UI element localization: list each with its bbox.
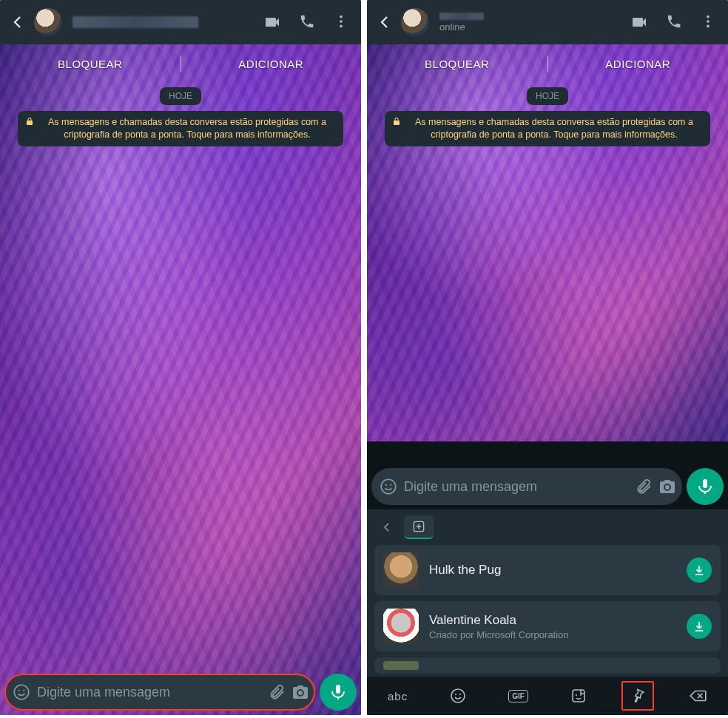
sticker-panel: Hulk the Pug Valentine Koala Criado por … — [367, 509, 728, 715]
message-input[interactable] — [37, 685, 262, 700]
pack-name: Valentine Koala — [429, 613, 676, 628]
pack-info: Valentine Koala Criado por Microsoft Cor… — [429, 613, 676, 640]
svg-point-8 — [707, 25, 710, 28]
pack-thumbnail — [383, 661, 419, 670]
emoji-button[interactable] — [12, 683, 31, 702]
svg-point-11 — [390, 484, 391, 486]
header-title-area[interactable] — [73, 16, 255, 28]
chat-header — [0, 0, 361, 44]
add-sticker-pack-tab[interactable] — [404, 515, 434, 539]
chat-header: online — [367, 0, 728, 44]
message-input-row — [367, 464, 728, 509]
svg-point-15 — [459, 694, 461, 695]
sticker-pack-list[interactable]: Hulk the Pug Valentine Koala Criado por … — [367, 539, 728, 677]
svg-point-1 — [340, 20, 343, 23]
lock-icon — [392, 117, 401, 126]
add-button[interactable]: ADICIONAR — [181, 58, 362, 70]
encryption-text: As mensagens e chamadas desta conversa e… — [38, 116, 336, 141]
block-button[interactable]: BLOQUEAR — [0, 58, 181, 70]
svg-point-17 — [576, 694, 577, 696]
add-button[interactable]: ADICIONAR — [548, 58, 729, 70]
message-input-pill[interactable] — [4, 674, 315, 711]
pack-info: Hulk the Pug — [429, 563, 676, 578]
keyboard-backspace-button[interactable] — [681, 680, 715, 711]
block-add-bar: BLOQUEAR ADICIONAR — [0, 47, 361, 80]
block-button[interactable]: BLOQUEAR — [367, 58, 547, 70]
date-chip: HOJE — [160, 87, 201, 105]
keyboard-sticker-button[interactable] — [562, 681, 595, 711]
encryption-notice[interactable]: As mensagens e chamadas desta conversa e… — [18, 111, 343, 146]
pack-name: Hulk the Pug — [429, 563, 676, 578]
svg-rect-16 — [573, 690, 584, 702]
pack-thumbnail — [383, 552, 419, 588]
voice-call-button[interactable] — [660, 6, 688, 38]
keyboard-gif-button[interactable]: GIF — [501, 684, 536, 708]
sticker-pack-row[interactable]: Hulk the Pug — [374, 545, 721, 595]
svg-point-7 — [707, 20, 710, 23]
keyboard-emoji-button[interactable] — [442, 681, 474, 711]
download-pack-button[interactable] — [687, 614, 712, 639]
camera-button[interactable] — [658, 478, 676, 495]
mic-button[interactable] — [687, 468, 724, 505]
more-menu-button[interactable] — [694, 6, 722, 38]
svg-point-2 — [340, 25, 343, 28]
svg-point-4 — [18, 690, 20, 691]
back-button[interactable] — [4, 9, 31, 35]
svg-point-13 — [451, 689, 465, 702]
contact-avatar[interactable] — [34, 8, 62, 36]
encryption-notice[interactable]: As mensagens e chamadas desta conversa e… — [385, 111, 710, 146]
message-input-row — [0, 669, 361, 715]
svg-point-3 — [14, 685, 29, 700]
header-actions — [624, 6, 722, 38]
keyboard-pin-button[interactable] — [621, 681, 654, 711]
header-title-area[interactable]: online — [439, 13, 621, 33]
contact-name-redacted — [439, 13, 484, 20]
pack-author: Criado por Microsoft Corporation — [429, 629, 676, 640]
sticker-pack-row[interactable] — [374, 657, 721, 674]
contact-name-redacted — [73, 16, 198, 28]
attach-button[interactable] — [268, 683, 286, 701]
sticker-back-button[interactable] — [374, 516, 400, 538]
svg-point-18 — [580, 694, 582, 696]
svg-point-0 — [340, 16, 343, 18]
message-input-pill[interactable] — [371, 468, 682, 505]
message-input[interactable] — [404, 479, 629, 495]
attach-button[interactable] — [635, 478, 653, 495]
svg-point-14 — [455, 694, 456, 695]
sticker-pack-row[interactable]: Valentine Koala Criado por Microsoft Cor… — [374, 601, 721, 651]
sticker-pack-tabs — [367, 509, 728, 539]
lock-icon — [25, 117, 34, 126]
video-call-button[interactable] — [257, 6, 287, 38]
svg-point-10 — [385, 484, 387, 486]
encryption-text: As mensagens e chamadas desta conversa e… — [405, 116, 703, 141]
video-call-button[interactable] — [624, 6, 654, 38]
keyboard-bottom-row: abc GIF — [367, 677, 728, 715]
block-add-bar: BLOQUEAR ADICIONAR — [367, 47, 728, 80]
download-pack-button[interactable] — [687, 558, 712, 583]
header-actions — [257, 6, 355, 38]
voice-call-button[interactable] — [293, 6, 321, 38]
svg-point-6 — [707, 16, 710, 18]
pack-thumbnail — [383, 609, 419, 644]
mic-button[interactable] — [320, 674, 357, 711]
camera-button[interactable] — [291, 683, 309, 701]
screen-right: online BLOQUEAR ADICIONAR HOJE As mensag… — [367, 0, 728, 715]
date-chip: HOJE — [527, 87, 568, 105]
svg-point-9 — [381, 479, 396, 494]
contact-avatar[interactable] — [401, 8, 429, 36]
back-button[interactable] — [371, 9, 398, 35]
screen-left: BLOQUEAR ADICIONAR HOJE As mensagens e c… — [0, 0, 361, 715]
keyboard-abc-button[interactable]: abc — [380, 684, 415, 708]
more-menu-button[interactable] — [327, 6, 355, 38]
contact-status: online — [439, 21, 621, 33]
emoji-button[interactable] — [379, 477, 398, 496]
svg-point-5 — [23, 690, 24, 691]
